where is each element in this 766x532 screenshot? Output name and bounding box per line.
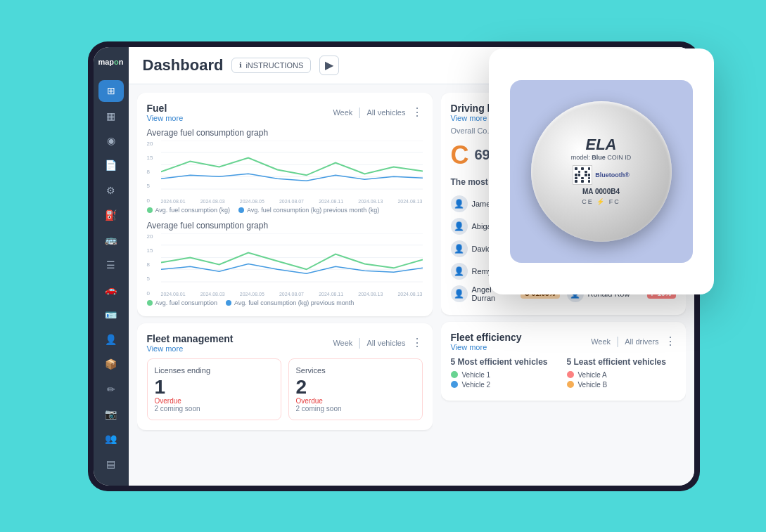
fuel-filter-vehicles[interactable]: All vehicles — [366, 108, 405, 117]
licenses-overdue: Overdue — [155, 397, 274, 405]
eff-row-2: Vehicle 2 — [451, 381, 560, 389]
fleet-management-card: Fleet management View more Week | All ve… — [137, 323, 433, 430]
eff-row-1: Vehicle 1 — [451, 371, 560, 379]
sidebar-item-list[interactable]: ☰ — [98, 254, 124, 275]
legend-item-1: Avg. fuel consumption (kg) — [147, 207, 230, 214]
fleet-more-icon[interactable]: ⋮ — [411, 336, 423, 349]
fleet-eff-controls: Week | All drivers ⋮ — [591, 335, 675, 348]
least-eff-row-2: Vehicle B — [567, 381, 676, 389]
fuel-filter-week[interactable]: Week — [333, 108, 352, 117]
fleet-eff-view-more[interactable]: View more — [451, 343, 522, 351]
services-number: 2 — [296, 377, 415, 397]
legend2-dot-green — [147, 300, 153, 306]
play-button[interactable]: ▶ — [319, 56, 339, 75]
ela-device-card: ELA model: Blue COIN ID — [489, 48, 714, 294]
fleet-eff-title: Fleet efficiency — [451, 332, 522, 343]
fleet-management-header: Fleet management View more Week | All ve… — [147, 333, 423, 353]
sidebar: mapon ⊞ ▦ ◉ 📄 ⚙ ⛽ 🚌 ☰ 🚗 🪪 👤 📦 ✏ 📷 👥 ▤ — [94, 47, 129, 486]
sidebar-item-vehicle[interactable]: 🚗 — [98, 279, 124, 301]
services-title: Services — [296, 366, 415, 375]
instructions-button[interactable]: ℹ iNSTRUCTIONS — [231, 58, 311, 73]
vehicle-dot-1 — [451, 371, 458, 378]
sidebar-item-box[interactable]: 📦 — [98, 353, 124, 375]
ela-qr-code — [573, 165, 592, 185]
info-icon: ℹ — [239, 61, 242, 69]
ela-certifications: CE ⚡ FC — [582, 198, 620, 205]
fleet-eff-sep: | — [616, 335, 619, 348]
most-efficient-vehicles: 5 Most efficient vehicles Vehicle 1 Vehi… — [451, 357, 560, 391]
sidebar-item-document[interactable]: 📄 — [98, 155, 124, 176]
driver-avatar: 👤 — [451, 218, 468, 235]
ela-coin-device: ELA model: Blue COIN ID — [531, 101, 672, 242]
sidebar-item-settings[interactable]: ⚙ — [98, 179, 124, 201]
services-coming: 2 coming soon — [296, 405, 415, 413]
chart2-area — [161, 233, 423, 285]
sidebar-item-card[interactable]: 🪪 — [98, 304, 124, 325]
legend-item-2: Avg. fuel consumption (kg) previous mont… — [238, 207, 379, 214]
fuel-view-more[interactable]: View more — [147, 114, 184, 122]
chart2-section: Average fuel consumption graph 20 15 8 5… — [147, 221, 423, 306]
ela-qr-row: Bluetooth® — [573, 165, 630, 185]
services-overdue: Overdue — [296, 397, 415, 405]
fleet-eff-more[interactable]: ⋮ — [665, 335, 676, 348]
app-logo: mapon — [95, 58, 126, 66]
left-panel: Fuel View more Week | All vehicles ⋮ — [137, 93, 433, 477]
fuel-chart-1: 20 15 8 5 0 — [147, 141, 423, 204]
sidebar-item-dashboard[interactable]: ⊞ — [98, 80, 124, 102]
efficiency-split: 5 Most efficient vehicles Vehicle 1 Vehi… — [451, 357, 676, 391]
sidebar-item-grid[interactable]: ▦ — [98, 105, 124, 126]
fleet-eff-title-section: Fleet efficiency View more — [451, 332, 522, 351]
sidebar-item-notes[interactable]: ✏ — [98, 378, 124, 400]
fleet-eff-week[interactable]: Week — [591, 337, 611, 346]
overall-score: 69 — [475, 147, 490, 163]
fleet-view-more[interactable]: View more — [147, 344, 234, 353]
fuel-more-icon[interactable]: ⋮ — [411, 105, 423, 119]
fleet-separator: | — [358, 337, 361, 349]
fleet-card-controls: Week | All vehicles ⋮ — [333, 336, 422, 349]
legend-label-1: Avg. fuel consumption (kg) — [155, 207, 230, 214]
least-vehicle-name-1: Vehicle A — [578, 371, 676, 379]
sidebar-item-map[interactable]: ◉ — [98, 129, 124, 151]
fuel-title: Fuel — [147, 103, 184, 114]
sidebar-item-fuel[interactable]: ⛽ — [98, 204, 124, 226]
vehicle-name-2: Vehicle 2 — [462, 381, 560, 389]
bluetooth-label: Bluetooth® — [595, 171, 630, 179]
sidebar-item-users[interactable]: 👥 — [98, 428, 124, 450]
main-container: mapon ⊞ ▦ ◉ 📄 ⚙ ⛽ 🚌 ☰ 🚗 🪪 👤 📦 ✏ 📷 👥 ▤ — [46, 27, 721, 505]
legend2-label-1: Avg. fuel consumption — [155, 299, 217, 306]
vehicle-dot-2 — [451, 381, 458, 388]
least-eff-row-1: Vehicle A — [567, 371, 676, 379]
fuel-card-header: Fuel View more Week | All vehicles ⋮ — [147, 103, 423, 122]
licenses-number: 1 — [155, 377, 274, 397]
fleet-filter-vehicles[interactable]: All vehicles — [366, 339, 405, 347]
ela-brand: ELA — [586, 137, 617, 153]
ela-model-blue: Blue — [592, 154, 606, 161]
driver-avatar: 👤 — [451, 263, 468, 280]
driver-avatar: 👤 — [451, 240, 468, 257]
least-vehicle-name-2: Vehicle B — [578, 381, 676, 389]
overall-grade: C — [451, 141, 469, 170]
page-title: Dashboard — [143, 56, 224, 74]
legend-dot-green — [147, 207, 153, 213]
driver-avatar: 👤 — [451, 195, 468, 212]
least-efficient-vehicles-title: 5 Least efficient vehicles — [567, 357, 676, 367]
fleet-filter-week[interactable]: Week — [333, 339, 352, 347]
chart1-x-labels: 2024.08.01 2024.08.03 2024.08.05 2024.08… — [161, 199, 423, 204]
fuel-card-controls: Week | All vehicles ⋮ — [333, 105, 422, 119]
least-vehicle-dot-2 — [567, 381, 574, 388]
chart1-label: Average fuel consumption graph — [147, 128, 423, 138]
sidebar-item-camera[interactable]: 📷 — [98, 403, 124, 424]
logo-highlight: o — [114, 58, 119, 66]
licenses-title: Licenses ending — [155, 366, 274, 375]
licenses-coming: 2 coming soon — [155, 405, 274, 413]
chart2-label: Average fuel consumption graph — [147, 221, 423, 231]
fuel-separator: | — [358, 106, 361, 119]
sidebar-item-profile[interactable]: 👤 — [98, 328, 124, 350]
licenses-box: Licenses ending 1 Overdue 2 coming soon — [147, 358, 281, 420]
fleet-eff-drivers[interactable]: All drivers — [625, 337, 658, 346]
chart2-y-axis: 20 15 8 5 0 — [147, 233, 160, 297]
sidebar-item-table[interactable]: ▤ — [98, 453, 124, 474]
sidebar-item-transport[interactable]: 🚌 — [98, 229, 124, 251]
fleet-efficiency-card: Fleet efficiency View more Week | All dr… — [441, 322, 686, 401]
legend2-item-1: Avg. fuel consumption — [147, 299, 217, 306]
